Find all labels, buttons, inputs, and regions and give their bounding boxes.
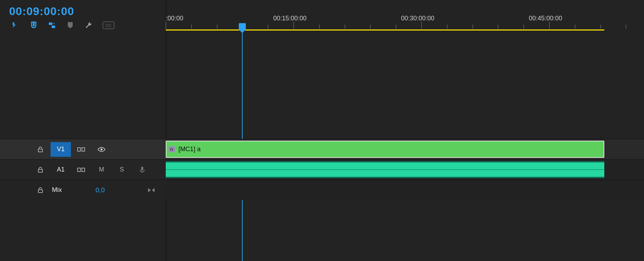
sync-lock-icon[interactable] <box>71 142 91 157</box>
lock-icon[interactable] <box>30 162 51 177</box>
svg-rect-12 <box>38 190 42 193</box>
svg-rect-0 <box>49 22 52 25</box>
ruler-label: 00:45:00:00 <box>529 15 562 22</box>
video-track-lane[interactable]: fx [MC1] a <box>166 139 644 159</box>
video-track-header: V1 <box>0 139 166 159</box>
lock-icon[interactable] <box>30 183 51 198</box>
svg-rect-8 <box>38 169 42 172</box>
timeline-tools: CC <box>11 21 114 29</box>
svg-rect-4 <box>38 149 42 152</box>
magnet-icon[interactable] <box>29 21 38 29</box>
audio-track-header: A1 M S <box>0 159 166 180</box>
waveform <box>166 170 604 177</box>
svg-rect-5 <box>78 148 80 151</box>
waveform <box>166 162 604 169</box>
svg-rect-6 <box>82 148 85 151</box>
track-header-column: V1 A1 M S Mix 0,0 <box>0 139 166 200</box>
solo-button[interactable]: S <box>112 162 132 177</box>
timeline-tracks: fx [MC1] a fx <box>166 139 644 200</box>
audio-clip[interactable]: fx <box>166 161 604 178</box>
current-timecode[interactable]: 00:09:00:00 <box>9 5 74 18</box>
ruler-label: 00:30:00:00 <box>401 15 434 22</box>
voiceover-mic-icon[interactable] <box>132 162 152 177</box>
svg-text:CC: CC <box>105 23 112 28</box>
video-clip[interactable]: fx [MC1] a <box>166 141 604 158</box>
mix-track-lane[interactable] <box>166 180 644 200</box>
fx-badge[interactable]: fx <box>169 146 175 152</box>
mix-track-header: Mix 0,0 <box>0 180 166 200</box>
timeline-header: 00:09:00:00 CC <box>0 0 166 34</box>
expand-icon[interactable] <box>141 183 162 198</box>
mute-button[interactable]: M <box>91 162 112 177</box>
ruler-label: :00:00 <box>166 15 183 22</box>
insert-overwrite-icon[interactable] <box>11 21 20 29</box>
sync-lock-icon[interactable] <box>71 162 91 177</box>
ruler-label: 00:15:00:00 <box>273 15 307 22</box>
linked-selection-icon[interactable] <box>48 21 56 29</box>
wrench-icon[interactable] <box>84 21 93 29</box>
eye-icon[interactable] <box>91 142 112 157</box>
captions-icon[interactable]: CC <box>103 21 114 29</box>
time-ruler[interactable]: :00:00 00:15:00:00 00:30:00:00 00:45:00:… <box>166 0 644 34</box>
mix-volume-value[interactable]: 0,0 <box>96 186 105 194</box>
lock-icon[interactable] <box>30 142 51 157</box>
mix-track-label: Mix <box>51 183 71 198</box>
svg-rect-11 <box>141 167 143 170</box>
track-target-v1[interactable]: V1 <box>51 142 71 157</box>
svg-rect-1 <box>52 26 55 28</box>
audio-track-lane[interactable]: fx <box>166 159 644 180</box>
work-area-bar[interactable] <box>166 29 604 31</box>
svg-rect-9 <box>78 168 80 172</box>
clip-label: [MC1] a <box>178 146 201 153</box>
playhead-handle[interactable] <box>239 23 246 30</box>
panel-divider <box>166 0 166 261</box>
svg-rect-10 <box>82 168 85 172</box>
track-target-a1[interactable]: A1 <box>51 162 71 177</box>
svg-point-7 <box>100 148 103 150</box>
marker-icon[interactable] <box>66 21 74 29</box>
